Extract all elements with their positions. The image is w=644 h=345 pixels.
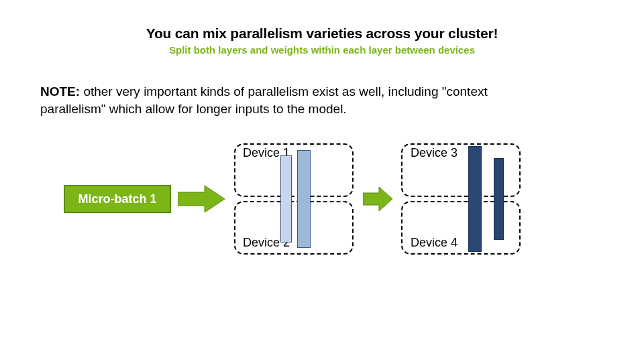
device-label-3: Device 3	[411, 146, 458, 160]
layer-bar	[468, 146, 482, 252]
svg-marker-1	[363, 187, 392, 211]
microbatch-label: Micro-batch 1	[78, 192, 156, 206]
arrow-icon	[178, 186, 225, 212]
layer-bar	[280, 155, 292, 243]
note-text: NOTE: other very important kinds of para…	[40, 83, 523, 117]
note-body: other very important kinds of parallelis…	[40, 84, 488, 116]
microbatch-box: Micro-batch 1	[64, 185, 171, 213]
layer-bar	[494, 158, 504, 240]
svg-marker-0	[178, 186, 225, 212]
page-title: You can mix parallelism varieties across…	[0, 25, 644, 42]
layer-bar	[297, 150, 311, 248]
arrow-icon	[363, 187, 392, 211]
page-subtitle: Split both layers and weights within eac…	[0, 44, 644, 56]
device-label-4: Device 4	[411, 236, 458, 250]
note-label: NOTE:	[40, 84, 80, 98]
